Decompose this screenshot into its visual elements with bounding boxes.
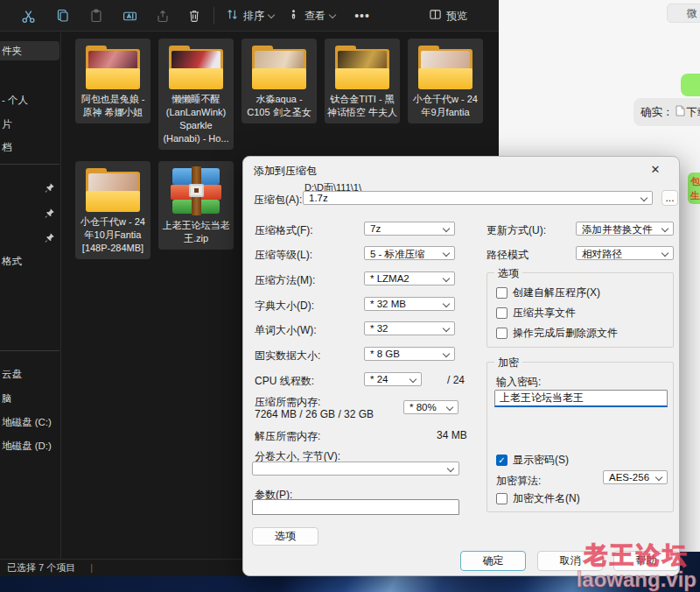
combo-value: 添加并替换文件 [582, 223, 653, 236]
view-button[interactable]: 查看 [284, 4, 339, 28]
cpu-threads-select[interactable]: * 24 [364, 372, 422, 386]
update-mode-select[interactable]: 添加并替换文件 [576, 222, 674, 236]
statusbar-divider: | [90, 562, 93, 573]
document-icon [676, 105, 685, 119]
chevron-down-icon [655, 474, 662, 481]
checkbox-label: 压缩共享文件 [513, 306, 576, 321]
parameters-input[interactable] [252, 499, 459, 515]
compression-level-select[interactable]: 5 - 标准压缩 [364, 246, 455, 260]
combo-value: * 80% [410, 402, 437, 412]
sidebar-item-disk-c[interactable]: 地磁盘 (C:) [0, 412, 60, 432]
password-label: 输入密码: [496, 375, 541, 390]
checkbox-label: 显示密码(S) [513, 453, 569, 468]
sidebar-item-documents[interactable]: 档 [0, 137, 60, 157]
paste-button[interactable] [84, 4, 108, 28]
chevron-down-icon [443, 325, 450, 332]
dialog-title: 添加到压缩包 [254, 164, 317, 179]
wechat-corner-button[interactable]: 微 [667, 4, 700, 23]
cancel-button[interactable]: 取消 [537, 551, 603, 571]
checkbox-icon [496, 493, 508, 504]
more-options-button[interactable]: ••• [350, 4, 374, 28]
combo-value: AES-256 [609, 472, 649, 483]
copy-button[interactable] [51, 4, 75, 28]
password-input[interactable] [494, 390, 668, 407]
archive-format-select[interactable]: 7z [364, 222, 455, 236]
explorer-sidebar: 件夹 - 个人 片 档 格式 云盘 脑 地磁盘 (C:) 地磁盘 (D:) [0, 32, 61, 559]
options-button[interactable]: 选项 [252, 527, 318, 546]
field-label: 字典大小(D): [255, 299, 314, 314]
memory-usage-select[interactable]: * 80% [403, 400, 458, 414]
file-tile[interactable]: 阿包也是兔娘 - 原神 希娜小姐 [75, 39, 150, 123]
sidebar-pinned-item[interactable] [0, 205, 60, 222]
create-sfx-checkbox[interactable]: 创建自解压程序(X) [496, 285, 600, 300]
chevron-down-icon [268, 11, 275, 18]
delete-after-checkbox[interactable]: 操作完成后删除源文件 [496, 326, 618, 341]
field-label: 单词大小(W): [255, 323, 317, 338]
paste-icon [89, 9, 103, 23]
folder-icon [252, 44, 306, 89]
volume-size-combobox[interactable] [252, 462, 459, 476]
solid-block-size-select[interactable]: * 8 GB [364, 347, 455, 361]
bubble-text: 下载 [687, 105, 700, 120]
sidebar-item-format[interactable]: 格式 [0, 251, 60, 271]
sidebar-pinned-item[interactable] [0, 180, 60, 197]
file-tile[interactable]: 上老王论坛当老王.zip [158, 161, 234, 250]
combo-value: * 8 GB [370, 349, 400, 359]
file-tile[interactable]: 水淼aqua - C105 剑之圣女 [242, 39, 317, 123]
winrar-archive-icon [171, 166, 221, 215]
checkbox-label: 加密文件名(N) [513, 491, 580, 506]
chevron-down-icon [446, 404, 453, 411]
file-name: 上老王论坛当老王.zip [160, 219, 232, 245]
file-name: 小仓千代w - 24年9月fantia [410, 93, 481, 119]
sidebar-item-this-pc[interactable]: 脑 [0, 389, 60, 408]
cpu-threads-max: / 24 [447, 374, 465, 386]
checkbox-label: 创建自解压程序(X) [513, 285, 600, 300]
view-icon [287, 8, 300, 24]
file-tile[interactable]: 懒懒睡不醒 (LanLanWink) Sparkle (Hanabi) - Ho… [158, 39, 234, 150]
browse-button[interactable]: ... [662, 190, 678, 206]
rename-button[interactable] [117, 4, 142, 28]
encrypt-filenames-checkbox[interactable]: 加密文件名(N) [496, 491, 580, 506]
chevron-down-icon [640, 194, 648, 201]
encryption-method-select[interactable]: AES-256 [603, 470, 668, 484]
combo-value: * LZMA2 [370, 273, 410, 284]
preview-toggle-button[interactable]: 预览 [425, 4, 471, 28]
file-name: 懒懒睡不醒 (LanLanWink) Sparkle (Hanabi) - Ho… [160, 93, 232, 145]
path-mode-select[interactable]: 相对路径 [576, 246, 674, 260]
share-button[interactable] [150, 4, 175, 28]
cpu-threads-label: CPU 线程数: [255, 374, 314, 389]
delete-icon [187, 9, 201, 23]
delete-button[interactable] [182, 4, 206, 28]
dictionary-size-select[interactable]: * 32 MB [364, 297, 455, 311]
close-button[interactable]: ✕ [639, 159, 672, 181]
help-button[interactable]: 帮助 [613, 551, 679, 571]
compress-shared-checkbox[interactable]: 压缩共享文件 [496, 306, 576, 321]
chevron-down-icon [443, 225, 450, 232]
folder-icon [86, 44, 140, 89]
view-label: 查看 [304, 9, 326, 24]
file-tile[interactable]: 小仓千代w - 24年10月Fantia [148P-284MB] [75, 161, 150, 259]
memory-decompress-value: 34 MB [437, 429, 467, 441]
checkbox-checked-icon: ✓ [496, 455, 508, 466]
show-password-checkbox[interactable]: ✓ 显示密码(S) [496, 453, 569, 468]
sidebar-item-cloud-drive[interactable]: 云盘 [0, 364, 60, 384]
sidebar-item-pictures[interactable]: 片 [0, 115, 60, 134]
sort-icon [226, 8, 239, 24]
sidebar-item-folder[interactable]: 件夹 [0, 41, 60, 60]
ok-button[interactable]: 确定 [460, 551, 526, 571]
file-tile[interactable]: 钛合金TITI - 黑神话悟空 牛夫人 [325, 39, 400, 123]
compression-method-select[interactable]: * LZMA2 [364, 271, 455, 285]
archive-name-combobox[interactable]: 1.7z [303, 191, 653, 205]
add-to-archive-dialog: 添加到压缩包 ✕ 压缩包(A): D:\D面\111\1\ 1.7z ... 压… [242, 156, 680, 576]
wechat-sent-bubble [681, 74, 700, 96]
preview-label: 预览 [446, 9, 467, 24]
file-tile[interactable]: 小仓千代w - 24年9月fantia [408, 39, 483, 123]
memory-compress-detail: 7264 MB / 26 GB / 32 GB [255, 408, 374, 420]
folder-icon [169, 44, 223, 89]
sidebar-pinned-item[interactable] [0, 229, 60, 247]
sidebar-item-onedrive-personal[interactable]: - 个人 [0, 90, 60, 109]
word-size-select[interactable]: * 32 [364, 321, 455, 335]
cut-button[interactable] [16, 4, 40, 28]
sort-button[interactable]: 排序 [222, 4, 277, 28]
sidebar-item-disk-d[interactable]: 地磁盘 (D:) [0, 436, 60, 455]
